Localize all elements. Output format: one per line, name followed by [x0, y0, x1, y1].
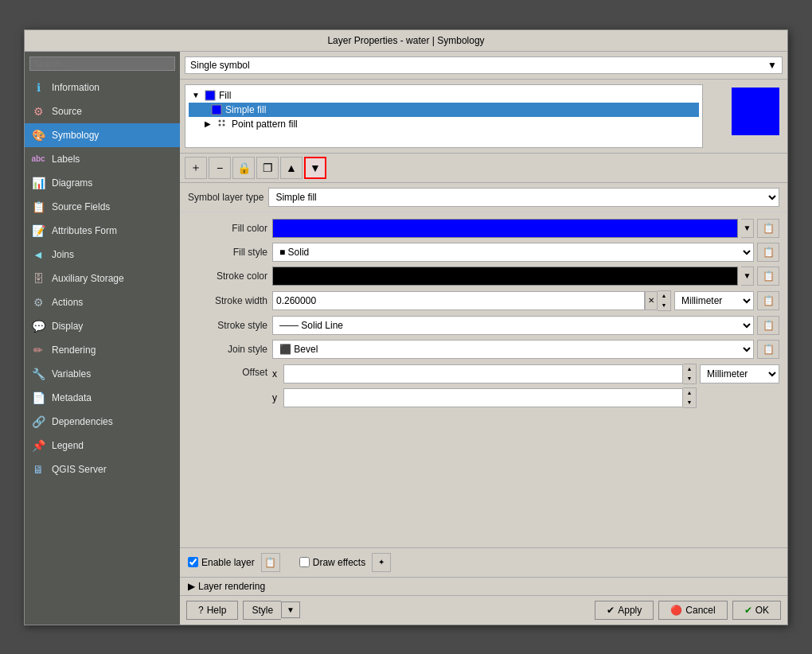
- cancel-button[interactable]: 🔴 Cancel: [658, 601, 727, 620]
- sidebar-item-symbology[interactable]: 🎨 Symbology: [25, 123, 180, 147]
- join-style-label: Join style: [188, 344, 267, 355]
- offset-y-input[interactable]: 0.000000: [283, 388, 683, 407]
- stroke-width-input-container: ✕ ▲ ▼: [272, 290, 671, 311]
- ok-label: OK: [755, 605, 769, 616]
- sidebar-item-attributes-form[interactable]: 📝 Attributes Form: [25, 219, 180, 243]
- fill-color-label: Fill color: [188, 223, 267, 234]
- fill-color-dropper[interactable]: ▼: [741, 219, 754, 238]
- offset-x-up[interactable]: ▲: [683, 364, 696, 374]
- sidebar-item-dependencies[interactable]: 🔗 Dependencies: [25, 410, 180, 434]
- enable-layer-checkbox[interactable]: [188, 557, 198, 567]
- layer-rendering-bar[interactable]: ▶ Layer rendering: [180, 577, 787, 595]
- cancel-icon: 🔴: [670, 605, 682, 616]
- offset-row: Offset x 0.000000 ▲ ▼: [188, 364, 779, 408]
- apply-button[interactable]: ✔ Apply: [595, 601, 654, 620]
- svg-point-2: [219, 119, 221, 122]
- sidebar-item-joins[interactable]: ◄ Joins: [25, 243, 180, 267]
- stroke-width-up[interactable]: ▲: [658, 291, 670, 301]
- variables-icon: 🔧: [31, 367, 45, 381]
- fill-style-select[interactable]: ■ Solid: [272, 243, 754, 262]
- add-layer-button[interactable]: ＋: [185, 157, 207, 179]
- help-button[interactable]: ? Help: [186, 601, 238, 620]
- sidebar-item-label: Dependencies: [52, 416, 113, 427]
- sidebar-item-actions[interactable]: ⚙ Actions: [25, 290, 180, 314]
- sidebar-item-source[interactable]: ⚙ Source: [25, 99, 180, 123]
- move-down-button[interactable]: ▼: [304, 157, 326, 179]
- main-window: Layer Properties - water | Symbology ℹ I…: [24, 29, 788, 625]
- draw-effects-checkbox[interactable]: [299, 557, 310, 567]
- stroke-width-unit[interactable]: Millimeter: [674, 291, 754, 310]
- stroke-style-select[interactable]: —— Solid Line: [272, 316, 754, 335]
- stroke-style-copy[interactable]: 📋: [757, 316, 779, 335]
- sidebar-item-qgis-server[interactable]: 🖥 QGIS Server: [25, 457, 180, 481]
- move-up-button[interactable]: ▲: [280, 157, 303, 179]
- fill-color-copy[interactable]: 📋: [757, 219, 779, 238]
- y-label: y: [272, 392, 280, 403]
- sidebar-item-label: Information: [52, 82, 100, 93]
- enable-layer-checkbox-label[interactable]: Enable layer: [188, 557, 255, 568]
- style-button[interactable]: Style: [243, 601, 281, 620]
- auxiliary-storage-icon: 🗄: [31, 271, 45, 286]
- offset-x-input[interactable]: 0.000000: [283, 364, 683, 383]
- stroke-width-down[interactable]: ▼: [658, 301, 670, 310]
- render-type-dropdown[interactable]: Single symbol ▼: [185, 56, 783, 74]
- qgis-server-icon: 🖥: [31, 462, 45, 477]
- sidebar-item-diagrams[interactable]: 📊 Diagrams: [25, 171, 180, 195]
- duplicate-button[interactable]: ❐: [256, 157, 279, 179]
- stroke-style-label: Stroke style: [188, 320, 267, 331]
- remove-layer-button[interactable]: −: [209, 157, 231, 179]
- symbol-type-select[interactable]: Simple fill: [268, 188, 779, 207]
- form-area: Fill color ▼ 📋 Fill style ■ Solid 📋: [180, 212, 787, 547]
- dropdown-arrow-icon: ▼: [767, 60, 777, 71]
- join-style-select[interactable]: ⬛ Bevel: [272, 340, 754, 359]
- sidebar-item-label: Diagrams: [52, 177, 92, 189]
- dependencies-icon: 🔗: [31, 415, 45, 429]
- stroke-width-input[interactable]: [272, 291, 645, 310]
- sidebar: ℹ Information ⚙ Source 🎨 Symbology abc L…: [25, 52, 180, 625]
- offset-label: Offset: [188, 364, 267, 378]
- stroke-color-copy[interactable]: 📋: [757, 267, 779, 286]
- style-dropdown-arrow[interactable]: ▼: [281, 601, 300, 618]
- tree-item-fill[interactable]: ▼ Fill: [189, 88, 699, 103]
- diagrams-icon: 📊: [31, 176, 45, 190]
- joins-icon: ◄: [31, 247, 45, 262]
- sidebar-item-metadata[interactable]: 📄 Metadata: [25, 386, 180, 410]
- title-bar: Layer Properties - water | Symbology: [25, 30, 787, 52]
- stroke-color-bar[interactable]: [272, 267, 738, 286]
- sidebar-item-source-fields[interactable]: 📋 Source Fields: [25, 195, 180, 219]
- sidebar-item-information[interactable]: ℹ Information: [25, 76, 180, 99]
- offset-y-up[interactable]: ▲: [683, 388, 696, 398]
- draw-effects-checkbox-label[interactable]: Draw effects: [299, 557, 365, 568]
- search-input[interactable]: [29, 56, 175, 71]
- sidebar-item-variables[interactable]: 🔧 Variables: [25, 362, 180, 386]
- stroke-width-copy[interactable]: 📋: [757, 291, 779, 310]
- symbol-area: ▼ Fill Simple fill ▶: [180, 80, 787, 154]
- draw-effects-settings[interactable]: ✦: [372, 553, 391, 572]
- fill-color-control: ▼ 📋: [272, 219, 779, 238]
- offset-x-down[interactable]: ▼: [683, 374, 696, 383]
- stroke-style-row: Stroke style —— Solid Line 📋: [188, 316, 779, 335]
- sidebar-item-legend[interactable]: 📌 Legend: [25, 434, 180, 457]
- offset-y-down[interactable]: ▼: [683, 398, 696, 407]
- sidebar-item-labels[interactable]: abc Labels: [25, 147, 180, 171]
- stroke-width-spin: ▲ ▼: [658, 290, 671, 311]
- legend-icon: 📌: [31, 438, 45, 453]
- sidebar-item-rendering[interactable]: ✏ Rendering: [25, 338, 180, 362]
- sidebar-item-display[interactable]: 💬 Display: [25, 314, 180, 338]
- lock-button[interactable]: 🔒: [232, 157, 255, 179]
- enable-layer-copy[interactable]: 📋: [261, 553, 280, 572]
- symbol-type-row: Symbol layer type Simple fill: [180, 183, 787, 212]
- layer-rendering-expand[interactable]: ▶: [188, 581, 195, 592]
- sidebar-item-auxiliary-storage[interactable]: 🗄 Auxiliary Storage: [25, 267, 180, 290]
- tree-item-simple-fill[interactable]: Simple fill: [189, 103, 699, 117]
- preview-box: [732, 88, 779, 135]
- tree-item-point-pattern[interactable]: ▶ Point pattern fill: [189, 117, 699, 131]
- offset-unit[interactable]: Millimeter: [700, 364, 779, 383]
- stroke-color-dropper[interactable]: ▼: [741, 267, 754, 286]
- fill-color-bar[interactable]: [272, 219, 738, 238]
- fill-style-copy[interactable]: 📋: [757, 243, 779, 262]
- sidebar-item-label: Metadata: [52, 392, 92, 403]
- stroke-width-clear[interactable]: ✕: [645, 291, 658, 310]
- join-style-copy[interactable]: 📋: [757, 340, 779, 359]
- ok-button[interactable]: ✔ OK: [732, 601, 781, 620]
